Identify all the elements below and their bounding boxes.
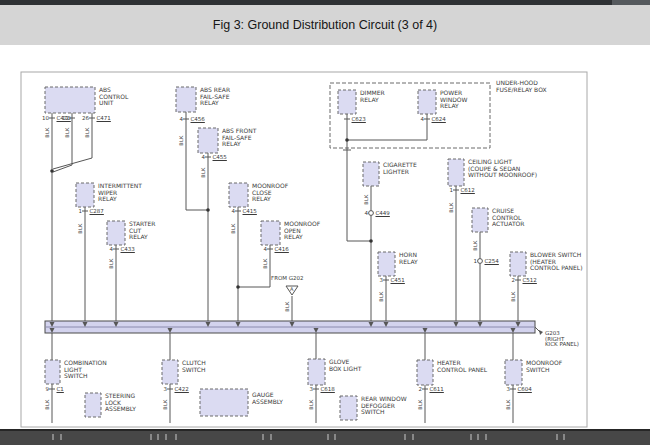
component-label-combination-light-switch: COMBINATION LIGHT SWITCH xyxy=(64,360,107,380)
connector-label: C455 xyxy=(213,154,227,160)
component-label-blower-switch: BLOWER SWITCH (HEATER CONTROL PANEL) xyxy=(530,252,583,272)
connector-label: C1 xyxy=(57,386,64,392)
wire-color-label: BLK xyxy=(109,256,114,270)
component-label-gauge-assembly: GAUGE ASSEMBLY xyxy=(252,392,283,405)
pin-number: 3 xyxy=(153,386,167,392)
connector-label: C422 xyxy=(175,386,189,392)
pin-number: 3 xyxy=(496,386,510,392)
component-label-abs-control-unit: ABS CONTROL UNIT xyxy=(99,87,128,107)
pin-number: 2 xyxy=(501,277,515,283)
pin-number: 12 xyxy=(55,115,69,121)
ground-point-label: G203 (RIGHT KICK PANEL) xyxy=(545,331,579,348)
connector-label: C415 xyxy=(243,208,257,214)
pin-number: 9 xyxy=(35,386,49,392)
connector-label: C471 xyxy=(97,115,111,121)
connector-label: C624 xyxy=(432,116,446,122)
component-label-cigarette-lighter: CIGARETTE LIGHTER xyxy=(383,162,417,175)
pin-number: 4 xyxy=(221,208,235,214)
component-label-abs-front-fail-safe-relay: ABS FRONT FAIL-SAFE RELAY xyxy=(222,128,256,148)
connector-label: C623 xyxy=(352,116,366,122)
connector-label: C456 xyxy=(191,116,205,122)
wire-color-label: BLK xyxy=(511,289,516,303)
from-reference-letter: A xyxy=(290,287,293,293)
component-label-moonroof-close-relay: MOONROOF CLOSE RELAY xyxy=(252,183,288,203)
component-label-moonroof-switch: MOONROOF SWITCH xyxy=(526,360,562,373)
pin-number: 4 xyxy=(354,210,368,216)
wire-color-label: BLK xyxy=(473,238,478,252)
underhood-box-label: UNDER-HOOD FUSE/RELAY BOX xyxy=(496,80,547,93)
wire-color-label: BLK xyxy=(309,397,314,411)
connector-label: C618 xyxy=(321,386,335,392)
wire-color-label: BLK xyxy=(78,221,83,235)
pin-number: 4 xyxy=(410,116,424,122)
wire-color-label: BLK xyxy=(418,397,423,411)
pin-number: 4 xyxy=(169,116,183,122)
wire-color-label: BLK xyxy=(449,200,454,214)
wire-color-label: BLK xyxy=(45,125,50,139)
diagram-labels: UNDER-HOOD FUSE/RELAY BOXABS CONTROL UNI… xyxy=(0,0,650,445)
connector-label: C287 xyxy=(90,208,104,214)
wire-color-label: BLK xyxy=(285,299,290,313)
wire-color-label: BLK xyxy=(179,133,184,147)
component-label-steering-lock-assembly: STEERING LOCK ASSEMBLY xyxy=(105,393,136,413)
component-label-heater-control-panel: HEATER CONTROL PANEL xyxy=(437,360,487,373)
connector-label: C433 xyxy=(121,246,135,252)
wire-color-label: BLK xyxy=(379,289,384,303)
component-label-abs-rear-fail-safe-relay: ABS REAR FAIL-SAFE RELAY xyxy=(200,87,230,107)
component-label-glove-box-light: GLOVE BOX LIGHT xyxy=(329,359,361,372)
component-label-cruise-control-actuator: CRUISE CONTROL ACTUATOR xyxy=(492,208,524,228)
component-label-moonroof-open-relay: MOONROOF OPEN RELAY xyxy=(284,221,320,241)
wire-color-label: BLK xyxy=(85,125,90,139)
component-label-dimmer-relay: DIMMER RELAY xyxy=(360,90,385,103)
wire-color-label: BLK xyxy=(364,192,369,206)
pin-number: 26 xyxy=(75,115,89,121)
connector-label: C451 xyxy=(391,277,405,283)
pin-number: 1 xyxy=(68,208,82,214)
pin-number: 3 xyxy=(299,386,313,392)
connector-label: C416 xyxy=(275,246,289,252)
wire-color-label: BLK xyxy=(201,165,206,179)
wire-color-label: BLK xyxy=(506,397,511,411)
component-label-intermittent-wiper-relay: INTERMITTENT WIPER RELAY xyxy=(98,183,142,203)
component-label-ceiling-light: CEILING LIGHT (COUPE & SEDAN WITHOUT MOO… xyxy=(468,159,537,179)
wire-color-label: BLK xyxy=(263,256,268,270)
app-window: Fig 3: Ground Distribution Circuit (3 of… xyxy=(0,0,650,445)
connector-label: C604 xyxy=(518,386,532,392)
component-label-rear-window-defogger-switch: REAR WINDOW DEFOGGER SWITCH xyxy=(361,396,407,416)
connector-label: C254 xyxy=(485,258,499,264)
pin-number: 1 xyxy=(439,187,453,193)
wire-color-label: BLK xyxy=(231,221,236,235)
pin-number: 3 xyxy=(369,277,383,283)
from-g202-label: FROM G202 xyxy=(271,276,304,282)
pin-number: 10 xyxy=(35,115,49,121)
component-label-power-window-relay: POWER WINDOW RELAY xyxy=(440,90,467,110)
pin-number: 4 xyxy=(191,154,205,160)
connector-label: C449 xyxy=(376,210,390,216)
pin-number: 1 xyxy=(463,258,477,264)
pin-number: 4 xyxy=(99,246,113,252)
wire-color-label: BLK xyxy=(65,125,70,139)
pin-number: 2 xyxy=(408,386,422,392)
pin-number: 4 xyxy=(253,246,267,252)
component-label-starter-cut-relay: STARTER CUT RELAY xyxy=(129,221,155,241)
connector-label: C512 xyxy=(523,277,537,283)
component-label-clutch-switch: CLUTCH SWITCH xyxy=(182,360,206,373)
connector-label: C611 xyxy=(430,386,444,392)
component-label-horn-relay: HORN RELAY xyxy=(399,252,418,265)
wire-color-label: BLK xyxy=(45,397,50,411)
connector-label: C612 xyxy=(461,187,475,193)
wire-color-label: BLK xyxy=(163,397,168,411)
